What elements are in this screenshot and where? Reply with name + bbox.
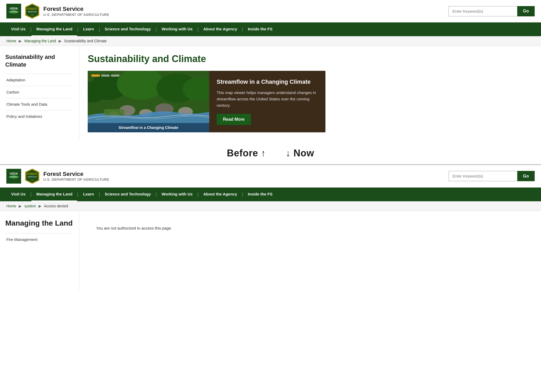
after-content-wrapper: Managing the Land Fire Management You ar…: [0, 211, 541, 290]
after-breadcrumb-sep-1: ▶: [19, 204, 22, 208]
breadcrumb-home[interactable]: Home: [6, 39, 16, 43]
sidebar: Sustainability and Climate Adaptation Ca…: [0, 46, 79, 140]
breadcrumb-managing[interactable]: Managing the Land: [24, 39, 56, 43]
svg-text:FOREST: FOREST: [27, 172, 38, 175]
after-search-input[interactable]: [449, 171, 517, 181]
after-nav-link-learn[interactable]: Learn: [78, 188, 99, 200]
after-sidebar: Managing the Land Fire Management: [0, 211, 79, 290]
feature-title: Streamflow in a Changing Climate: [217, 78, 318, 86]
sidebar-title: Sustainability and Climate: [5, 53, 74, 68]
before-after-divider: Before ↑ ↓ Now: [0, 140, 541, 164]
read-more-button[interactable]: Read More: [217, 114, 251, 125]
sidebar-link-climate-tools[interactable]: Climate Tools and Data: [5, 98, 74, 110]
forest-service-logo: FOREST SERVICE US: [24, 3, 40, 19]
after-nav-link-science[interactable]: Science and Technology: [100, 188, 156, 200]
after-sidebar-link-fire[interactable]: Fire Management: [5, 234, 74, 245]
agency-name-block: Forest Service U.S. DEPARTMENT OF AGRICU…: [43, 6, 109, 16]
sidebar-link-adaptation[interactable]: Adaptation: [5, 74, 74, 86]
search-button[interactable]: Go: [517, 6, 535, 16]
feature-text: Streamflow in a Changing Climate This ma…: [209, 71, 325, 132]
nav-item-learn[interactable]: Learn: [78, 22, 99, 36]
svg-text:US: US: [31, 179, 34, 181]
after-nav-item-inside[interactable]: Inside the FS: [243, 188, 277, 201]
agency-sub: U.S. DEPARTMENT OF AGRICULTURE: [43, 13, 109, 17]
nav-item-managing-the-land[interactable]: Managing the Land: [31, 22, 77, 36]
after-nav-link-visit-us[interactable]: Visit Us: [6, 188, 30, 200]
svg-text:SERVICE: SERVICE: [28, 176, 37, 178]
site-header: USDA FOREST SERVICE US Forest Service U.…: [0, 0, 541, 22]
access-denied-message: You are not authorized to access this pa…: [88, 218, 533, 238]
nav-link-science[interactable]: Science and Technology: [100, 22, 156, 35]
nav-link-inside[interactable]: Inside the FS: [243, 22, 277, 35]
nav-link-learn[interactable]: Learn: [78, 22, 99, 35]
image-caption: Streamflow in a Changing Climate: [88, 123, 209, 132]
sidebar-item-policy[interactable]: Policy and Initiatives: [5, 110, 74, 122]
nav-item-visit-us[interactable]: Visit Us: [6, 22, 30, 36]
dot-1: [91, 74, 100, 77]
after-nav-item-working[interactable]: Working with Us: [157, 188, 197, 201]
after-breadcrumb: Home ▶ system ▶ Access denied: [0, 201, 541, 211]
sidebar-item-climate-tools[interactable]: Climate Tools and Data: [5, 98, 74, 110]
feature-card: Streamflow in a Changing Climate Streamf…: [88, 71, 325, 132]
dot-3: [111, 74, 119, 77]
sidebar-item-adaptation[interactable]: Adaptation: [5, 74, 74, 86]
breadcrumb-current: Sustainability and Climate: [64, 39, 107, 43]
nav-item-working[interactable]: Working with Us: [157, 22, 197, 36]
breadcrumb-sep-2: ▶: [59, 39, 62, 43]
after-breadcrumb-home[interactable]: Home: [6, 204, 16, 208]
after-nav-link-managing[interactable]: Managing the Land: [31, 188, 77, 201]
slider-dots: [91, 74, 119, 77]
after-search-area: Go: [449, 171, 535, 181]
after-nav-item-managing[interactable]: Managing the Land: [31, 188, 77, 201]
after-agency-name: Forest Service: [43, 171, 109, 178]
svg-text:SERVICE: SERVICE: [28, 11, 37, 13]
after-nav-item-science[interactable]: Science and Technology: [100, 188, 156, 201]
after-nav-link-about[interactable]: About the Agency: [199, 188, 242, 200]
content-wrapper: Sustainability and Climate Adaptation Ca…: [0, 46, 541, 140]
feature-image-area: Streamflow in a Changing Climate: [88, 71, 209, 132]
after-main-content: You are not authorized to access this pa…: [79, 211, 541, 290]
feature-image: [88, 71, 209, 124]
breadcrumb: Home ▶ Managing the Land ▶ Sustainabilit…: [0, 36, 541, 46]
before-section: USDA FOREST SERVICE US Forest Service U.…: [0, 0, 541, 140]
after-sidebar-title: Managing the Land: [5, 218, 74, 228]
after-sidebar-item-fire[interactable]: Fire Management: [5, 233, 74, 245]
after-agency-sub: U.S. DEPARTMENT OF AGRICULTURE: [43, 178, 109, 181]
after-logo-area: USDA FOREST SERVICE US Forest Service U.…: [6, 168, 109, 184]
usda-logo: USDA: [6, 4, 21, 18]
search-input[interactable]: [449, 6, 517, 16]
sidebar-link-policy[interactable]: Policy and Initiatives: [5, 110, 74, 122]
after-sidebar-nav: Fire Management: [5, 233, 74, 245]
after-breadcrumb-current: Access denied: [44, 204, 68, 208]
nav-link-visit-us[interactable]: Visit Us: [6, 22, 30, 35]
nav-item-science[interactable]: Science and Technology: [100, 22, 156, 36]
main-nav: Visit Us | Managing the Land | Learn | S…: [0, 22, 541, 36]
after-nav-item-about[interactable]: About the Agency: [199, 188, 242, 201]
nav-item-inside[interactable]: Inside the FS: [243, 22, 277, 36]
nav-link-managing-the-land[interactable]: Managing the Land: [31, 22, 77, 36]
after-breadcrumb-system[interactable]: system: [24, 204, 36, 208]
breadcrumb-sep-1: ▶: [19, 39, 22, 43]
dot-2: [101, 74, 110, 77]
after-nav-item-visit-us[interactable]: Visit Us: [6, 188, 30, 201]
main-content: Sustainability and Climate: [79, 46, 541, 140]
after-site-header: USDA FOREST SERVICE US Forest Service U.…: [0, 165, 541, 188]
after-main-nav: Visit Us | Managing the Land | Learn | S…: [0, 188, 541, 201]
svg-text:US: US: [31, 14, 34, 16]
agency-name: Forest Service: [43, 6, 109, 12]
after-search-button[interactable]: Go: [517, 171, 535, 181]
search-area: Go: [449, 6, 535, 16]
nav-link-about[interactable]: About the Agency: [199, 22, 242, 35]
after-agency-name-block: Forest Service U.S. DEPARTMENT OF AGRICU…: [43, 171, 109, 181]
nav-link-working[interactable]: Working with Us: [157, 22, 197, 35]
page-title: Sustainability and Climate: [88, 53, 533, 64]
sidebar-link-carbon[interactable]: Carbon: [5, 86, 74, 98]
after-usda-logo: USDA: [6, 169, 21, 184]
nav-item-about[interactable]: About the Agency: [199, 22, 242, 36]
after-nav-link-inside[interactable]: Inside the FS: [243, 188, 277, 200]
after-nav-item-learn[interactable]: Learn: [78, 188, 99, 201]
sidebar-item-carbon[interactable]: Carbon: [5, 86, 74, 98]
after-nav-link-working[interactable]: Working with Us: [157, 188, 197, 200]
svg-rect-16: [104, 109, 125, 116]
after-section: USDA FOREST SERVICE US Forest Service U.…: [0, 164, 541, 290]
